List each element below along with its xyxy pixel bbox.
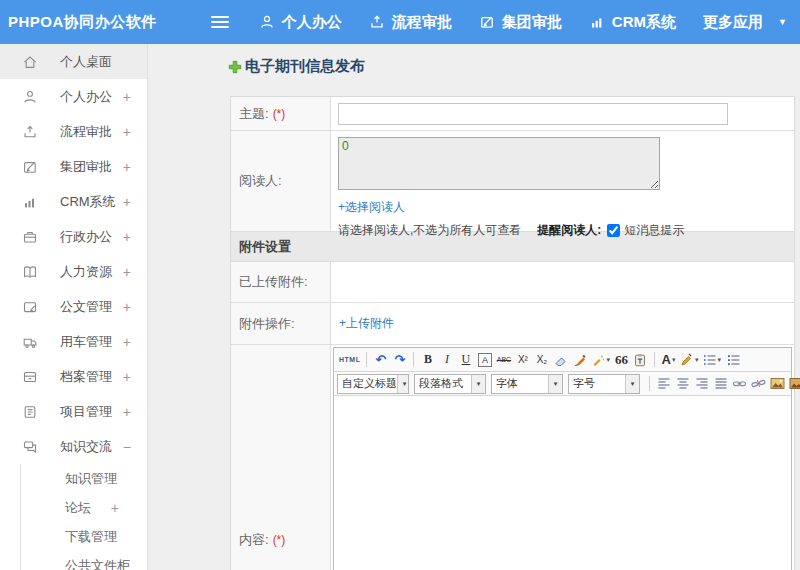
uploaded-attachments-value [331,262,794,302]
expand-icon[interactable]: + [123,229,131,245]
paragraph-format-select[interactable]: 段落格式 ▾ [414,374,486,394]
notebook-icon [22,404,38,420]
expand-icon[interactable]: + [123,89,131,105]
sidebar-item-project-mgmt[interactable]: 项目管理 + [0,394,147,429]
top-navigation: 个人办公 流程审批 集团审批 CRM系统 更多应用 ▼ [259,13,787,32]
align-left-icon [657,377,671,390]
home-icon [22,54,38,70]
font-color-button[interactable]: A▾ [659,350,678,370]
sidebar-item-document-mgmt[interactable]: 公文管理 + [0,289,147,324]
readers-label: 阅读人: [231,131,331,231]
expand-icon[interactable]: + [123,194,131,210]
sidebar-subitem-knowledge-mgmt[interactable]: 知识管理 [21,464,147,493]
char-border-button[interactable]: A [475,350,494,370]
paste-text-button[interactable] [631,350,650,370]
bold-button[interactable]: B [418,350,437,370]
sidebar-item-admin-office[interactable]: 行政办公 + [0,219,147,254]
expand-icon[interactable]: + [123,404,131,420]
person-icon [259,14,275,30]
superscript-button[interactable]: X² [513,350,532,370]
sidebar-item-hr[interactable]: 人力资源 + [0,254,147,289]
topnav-personal-office[interactable]: 个人办公 [259,13,342,32]
topnav-workflow-approval[interactable]: 流程审批 [369,13,452,32]
caret-down-icon: ▾ [606,356,610,364]
sidebar-subitem-download-mgmt[interactable]: 下载管理 [21,522,147,551]
custom-heading-select[interactable]: 自定义标题 ▾ [337,374,409,394]
expand-icon[interactable]: + [123,264,131,280]
blockquote-button[interactable]: 66 [612,350,631,370]
truck-icon [22,334,38,350]
expand-icon[interactable]: + [123,299,131,315]
sidebar-subitem-forum[interactable]: 论坛 + [21,493,147,522]
redo-button[interactable]: ↷ [390,350,409,370]
expand-icon[interactable]: + [123,369,131,385]
subject-input[interactable] [338,103,728,125]
main-content: 电子期刊信息发布 主题:(*) 阅读人: 0 +选择阅读人 请选择阅读人,不选为… [149,44,800,570]
insert-link-button[interactable] [730,374,749,394]
auto-format-button[interactable]: ▾ [589,350,612,370]
publish-form: 主题:(*) 阅读人: 0 +选择阅读人 请选择阅读人,不选为所有人可查看 提醒… [230,96,795,570]
sidebar-item-vehicle-mgmt[interactable]: 用车管理 + [0,324,147,359]
sidebar-item-personal-desktop[interactable]: 个人桌面 [0,44,147,79]
remove-format-button[interactable] [551,350,570,370]
expand-icon[interactable]: + [123,124,131,140]
topnav-more-apps[interactable]: 更多应用 [703,13,763,32]
sidebar-item-personal-office[interactable]: 个人办公 + [0,79,147,114]
submit-flow-icon [22,124,38,140]
align-right-button[interactable] [692,374,711,394]
archive-icon [22,369,38,385]
subscript-button[interactable]: X₂ [532,350,551,370]
editor-content-area[interactable] [334,396,791,570]
topnav-group-approval[interactable]: 集团审批 [479,13,562,32]
align-left-button[interactable] [654,374,673,394]
clipboard-text-icon [633,353,647,367]
align-justify-button[interactable] [711,374,730,394]
editor-toolbar-row-2: 自定义标题 ▾ 段落格式 ▾ 字体 ▾ 字号 ▾ [334,372,791,396]
readers-textarea[interactable]: 0 [338,137,660,190]
select-readers-link[interactable]: +选择阅读人 [338,199,794,216]
align-center-button[interactable] [673,374,692,394]
format-painter-button[interactable] [570,350,589,370]
underline-button[interactable]: U [456,350,475,370]
topnav-crm[interactable]: CRM系统 [589,13,676,32]
remove-link-button[interactable] [749,374,768,394]
required-mark: (*) [273,533,286,547]
expand-icon[interactable]: + [123,159,131,175]
expand-icon[interactable]: + [123,334,131,350]
content-label: 内容:(*) [231,345,331,570]
editor-toolbar-row-1: HTML ↶ ↷ B I U A ABC X² X₂ ▾ [334,348,791,372]
caret-down-icon: ▾ [548,375,562,393]
sidebar-item-knowledge-exchange[interactable]: 知识交流 − [0,429,147,464]
font-family-select[interactable]: 字体 ▾ [491,374,563,394]
html-source-button[interactable]: HTML [337,350,362,370]
font-size-select[interactable]: 字号 ▾ [568,374,640,394]
ordered-list-button[interactable]: ▾ [700,350,723,370]
insert-image-button[interactable] [768,374,787,394]
caret-down-icon[interactable]: ▼ [778,17,787,27]
caret-down-icon: ▾ [625,375,639,393]
briefcase-icon [22,229,38,245]
expand-icon[interactable]: + [111,500,119,516]
sms-notify-checkbox[interactable] [607,224,620,237]
media-icon [789,377,800,390]
collapse-icon[interactable]: − [123,439,131,455]
document-pen-icon [22,299,38,315]
caret-down-icon: ▾ [471,375,485,393]
sms-notify-label: 短消息提示 [624,222,684,239]
sidebar-subitem-public-cabinet[interactable]: 公共文件柜 [21,551,147,570]
hamburger-menu-icon[interactable] [211,13,229,31]
caret-down-icon: ▾ [717,356,721,364]
sidebar-item-workflow-approval[interactable]: 流程审批 + [0,114,147,149]
sidebar-item-crm[interactable]: CRM系统 + [0,184,147,219]
italic-button[interactable]: I [437,350,456,370]
strikethrough-button[interactable]: ABC [494,350,513,370]
unordered-list-button[interactable] [723,350,742,370]
caret-down-icon: ▾ [695,356,699,364]
undo-button[interactable]: ↶ [371,350,390,370]
align-right-icon [695,377,709,390]
sidebar-item-archive-mgmt[interactable]: 档案管理 + [0,359,147,394]
highlight-color-button[interactable]: ▾ [678,350,701,370]
upload-attachment-link[interactable]: +上传附件 [339,315,394,332]
sidebar-item-group-approval[interactable]: 集团审批 + [0,149,147,184]
insert-flash-button[interactable] [787,374,800,394]
